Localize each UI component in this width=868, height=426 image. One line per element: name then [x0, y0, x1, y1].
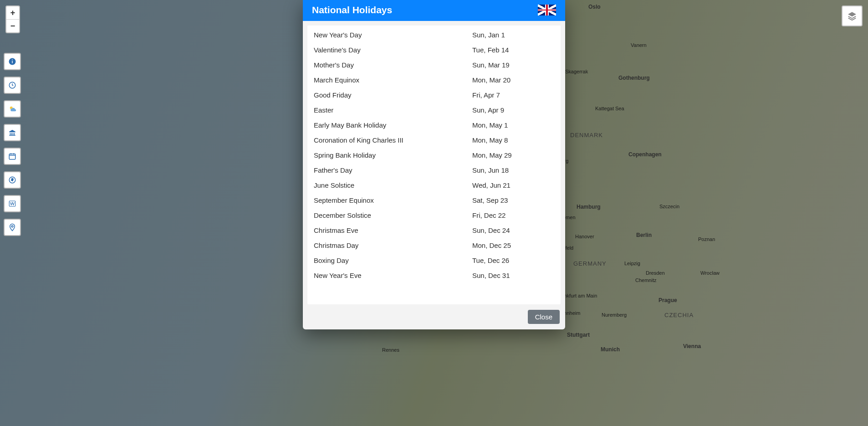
zoom-control: + − — [5, 5, 20, 33]
holiday-date: Sun, Dec 31 — [472, 272, 554, 279]
holiday-row: New Year's EveSun, Dec 31 — [307, 268, 561, 283]
holiday-name: Early May Bank Holiday — [314, 121, 472, 129]
weather-icon — [8, 105, 16, 113]
holiday-name: December Solstice — [314, 211, 472, 219]
holiday-row: September EquinoxSat, Sep 23 — [307, 193, 561, 208]
location-button[interactable] — [4, 219, 21, 236]
holiday-name: New Year's Day — [314, 31, 472, 39]
holidays-list[interactable]: New Year's DaySun, Jan 1Valentine's DayT… — [307, 26, 561, 304]
holiday-row: Good FridayFri, Apr 7 — [307, 87, 561, 103]
holiday-name: Spring Bank Holiday — [314, 151, 472, 159]
holiday-name: Easter — [314, 106, 472, 114]
modal-header: National Holidays — [303, 0, 565, 21]
holiday-date: Tue, Dec 26 — [472, 257, 554, 264]
clock-icon — [8, 81, 16, 89]
info-button[interactable] — [4, 53, 21, 70]
calendar-icon — [8, 152, 16, 160]
holiday-date: Sun, Jun 18 — [472, 166, 554, 174]
holiday-row: Christmas DayMon, Dec 25 — [307, 238, 561, 253]
layers-button[interactable] — [842, 5, 863, 26]
weather-button[interactable] — [4, 100, 21, 118]
holiday-row: Mother's DaySun, Mar 19 — [307, 57, 561, 72]
info-icon — [8, 57, 16, 66]
holiday-name: September Equinox — [314, 196, 472, 204]
holiday-date: Fri, Dec 22 — [472, 211, 554, 219]
holiday-name: Father's Day — [314, 166, 472, 174]
holiday-name: Good Friday — [314, 91, 472, 99]
holiday-date: Sun, Mar 19 — [472, 61, 554, 69]
holiday-row: Valentine's DayTue, Feb 14 — [307, 42, 561, 57]
holiday-row: EasterSun, Apr 9 — [307, 103, 561, 118]
holiday-date: Sat, Sep 23 — [472, 196, 554, 204]
zoom-out-button[interactable]: − — [6, 19, 19, 32]
clock-button[interactable] — [4, 77, 21, 94]
holidays-modal: National Holidays New Year's DaySun, Jan… — [303, 0, 565, 329]
holiday-date: Mon, May 1 — [472, 121, 554, 129]
svg-point-8 — [11, 226, 13, 227]
holiday-name: New Year's Eve — [314, 272, 472, 279]
holiday-date: Sun, Dec 24 — [472, 226, 554, 234]
holiday-name: June Solstice — [314, 181, 472, 189]
location-icon — [8, 223, 16, 231]
wikipedia-button[interactable] — [4, 195, 21, 212]
holiday-row: Spring Bank HolidayMon, May 29 — [307, 148, 561, 163]
holiday-date: Sun, Jan 1 — [472, 31, 554, 39]
holiday-row: Coronation of King Charles IIIMon, May 8 — [307, 133, 561, 148]
holiday-row: June SolsticeWed, Jun 21 — [307, 178, 561, 193]
close-button[interactable]: Close — [528, 310, 560, 324]
holiday-row: March EquinoxMon, Mar 20 — [307, 72, 561, 87]
zoom-in-button[interactable]: + — [6, 6, 19, 19]
holiday-name: March Equinox — [314, 76, 472, 84]
compass-icon — [8, 176, 16, 184]
svg-rect-5 — [9, 154, 15, 159]
modal-title: National Holidays — [312, 5, 392, 15]
holiday-date: Sun, Apr 9 — [472, 106, 554, 114]
holiday-date: Mon, May 29 — [472, 151, 554, 159]
modal-footer: Close — [303, 304, 565, 329]
holiday-name: Christmas Eve — [314, 226, 472, 234]
wikipedia-icon — [8, 200, 16, 208]
holiday-row: Boxing DayTue, Dec 26 — [307, 253, 561, 268]
bank-icon — [8, 128, 16, 137]
holiday-row: New Year's DaySun, Jan 1 — [307, 27, 561, 42]
compass-button[interactable] — [4, 171, 21, 189]
tool-column — [4, 53, 21, 236]
holiday-row: December SolsticeFri, Dec 22 — [307, 208, 561, 223]
holiday-row: Father's DaySun, Jun 18 — [307, 163, 561, 178]
holiday-name: Coronation of King Charles III — [314, 136, 472, 144]
svg-rect-1 — [12, 61, 13, 63]
holiday-name: Boxing Day — [314, 257, 472, 264]
holiday-name: Christmas Day — [314, 241, 472, 249]
holiday-date: Tue, Feb 14 — [472, 46, 554, 54]
layers-icon — [847, 11, 857, 21]
holiday-row: Christmas EveSun, Dec 24 — [307, 223, 561, 238]
holiday-name: Valentine's Day — [314, 46, 472, 54]
holiday-date: Mon, May 8 — [472, 136, 554, 144]
holiday-date: Fri, Apr 7 — [472, 91, 554, 99]
uk-flag-icon — [538, 5, 556, 15]
bank-button[interactable] — [4, 124, 21, 141]
holiday-date: Mon, Mar 20 — [472, 76, 554, 84]
holiday-date: Mon, Dec 25 — [472, 241, 554, 249]
holiday-name: Mother's Day — [314, 61, 472, 69]
calendar-button[interactable] — [4, 148, 21, 165]
holiday-row: Early May Bank HolidayMon, May 1 — [307, 118, 561, 133]
holiday-date: Wed, Jun 21 — [472, 181, 554, 189]
svg-rect-2 — [12, 60, 13, 61]
